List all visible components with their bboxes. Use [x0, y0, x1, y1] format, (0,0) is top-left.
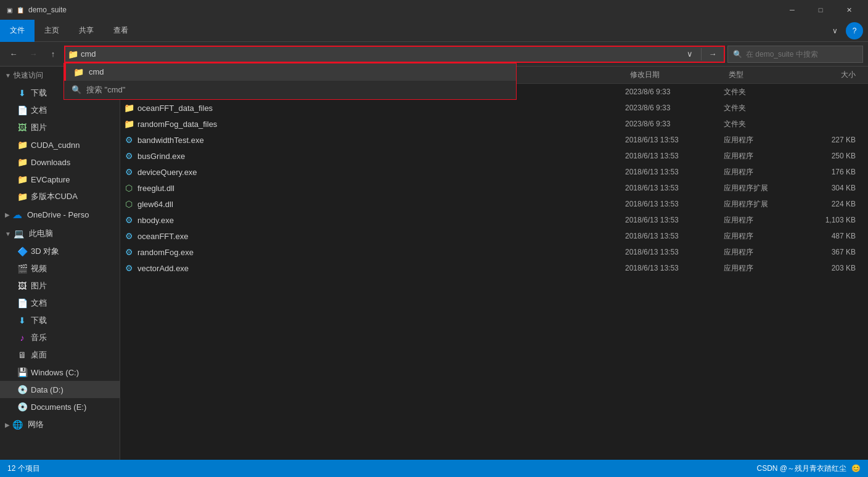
file-type: 应用程序: [724, 215, 804, 226]
autocomplete-search-item[interactable]: 🔍 搜索 "cmd": [64, 81, 516, 99]
table-row[interactable]: ⚙ vectorAdd.exe 2018/6/13 13:53 应用程序 203…: [120, 260, 868, 276]
table-row[interactable]: ⚙ nbody.exe 2018/6/13 13:53 应用程序 1,103 K…: [120, 212, 868, 228]
address-dropdown-button[interactable]: ∨: [681, 46, 698, 63]
sidebar: ▼ 快速访问 ⬇ 下载 📄 文档 🖼 图片 📁 CUDA_cudnn 📁 Dow…: [0, 67, 120, 460]
back-button[interactable]: ←: [5, 46, 22, 63]
quick-access-chevron: ▼: [5, 72, 11, 79]
table-row[interactable]: ⬡ freeglut.dll 2018/6/13 13:53 应用程序扩展 30…: [120, 180, 868, 196]
minimize-button[interactable]: ─: [778, 0, 806, 20]
tab-view[interactable]: 查看: [104, 20, 138, 42]
sidebar-item-3d[interactable]: 🔷 3D 对象: [0, 243, 120, 260]
close-button[interactable]: ✕: [835, 0, 863, 20]
file-date: 2018/6/13 13:53: [625, 248, 724, 256]
sidebar-item-pictures2[interactable]: 🖼 图片: [0, 277, 120, 295]
table-row[interactable]: ⬡ glew64.dll 2018/6/13 13:53 应用程序扩展 224 …: [120, 196, 868, 212]
file-type: 文件夹: [724, 119, 804, 129]
address-bar[interactable]: 📁 ∨ →: [64, 46, 725, 63]
file-icon: ⚙: [123, 214, 135, 226]
file-date: 2018/6/13 13:53: [625, 232, 724, 240]
window-title: demo_suite: [28, 6, 67, 14]
tab-share[interactable]: 共享: [69, 20, 104, 42]
table-row[interactable]: ⚙ randomFog.exe 2018/6/13 13:53 应用程序 367…: [120, 244, 868, 260]
table-row[interactable]: ⚙ deviceQuery.exe 2018/6/13 13:53 应用程序 1…: [120, 164, 868, 180]
sidebar-item-drive-e[interactable]: 💿 Documents (E:): [0, 398, 120, 415]
downloads-icon: ⬇: [17, 88, 27, 98]
sidebar-item-downloads-folder[interactable]: 📁 Downloads: [0, 153, 120, 171]
up-button[interactable]: ↑: [44, 46, 62, 63]
downloads-folder-icon: 📁: [17, 157, 27, 167]
address-input[interactable]: [81, 49, 681, 59]
file-name: glew64.dll: [137, 200, 625, 209]
sidebar-item-documents[interactable]: 📄 文档: [0, 102, 120, 119]
evcapture-icon: 📁: [17, 174, 27, 184]
file-date: 2018/6/13 13:53: [625, 168, 724, 176]
file-date: 2018/6/13 13:53: [625, 136, 724, 144]
title-bar-left: ▣ 📋 demo_suite: [5, 6, 67, 14]
network-chevron: ▶: [5, 422, 10, 428]
pictures-icon: 🖼: [17, 123, 27, 132]
video-icon: 🎬: [17, 264, 27, 274]
sidebar-network[interactable]: ▶ 🌐 网络: [0, 415, 120, 434]
file-type: 应用程序: [724, 151, 804, 161]
col-header-type[interactable]: 类型: [724, 70, 804, 80]
table-row[interactable]: 📁 oceanFFT_data_files 2023/8/6 9:33 文件夹: [120, 100, 868, 116]
file-date: 2023/8/6 9:33: [625, 104, 724, 112]
sidebar-this-pc[interactable]: ▼ 💻 此电脑: [0, 224, 120, 243]
file-date: 2018/6/13 13:53: [625, 264, 724, 272]
file-icon: ⚙: [123, 230, 135, 242]
cuda-cudnn-icon: 📁: [17, 140, 27, 150]
this-pc-chevron: ▼: [5, 230, 11, 237]
address-forward-button[interactable]: →: [704, 46, 721, 63]
table-row[interactable]: ⚙ bandwidthTest.exe 2018/6/13 13:53 应用程序…: [120, 132, 868, 148]
title-bar-icons: ▣ 📋: [5, 6, 25, 14]
network-label: 网络: [28, 419, 44, 430]
onedrive-label: OneDrive - Perso: [27, 210, 89, 219]
file-name: vectorAdd.exe: [137, 264, 625, 273]
file-type: 应用程序: [724, 231, 804, 242]
sidebar-item-downloads2[interactable]: ⬇ 下载: [0, 312, 120, 329]
table-row[interactable]: ⚙ oceanFFT.exe 2018/6/13 13:53 应用程序 487 …: [120, 228, 868, 244]
file-name: freeglut.dll: [137, 184, 625, 193]
file-name: randomFog.exe: [137, 248, 625, 257]
file-list: 📁 nbody_data_files 2023/8/6 9:33 文件夹 📁 o…: [120, 84, 868, 460]
search-bar[interactable]: 🔍: [727, 46, 863, 63]
table-row[interactable]: 📁 randomFog_data_files 2023/8/6 9:33 文件夹: [120, 116, 868, 132]
sidebar-item-drive-c[interactable]: 💾 Windows (C:): [0, 364, 120, 381]
music-icon: ♪: [17, 333, 27, 343]
file-name: nbody.exe: [137, 216, 625, 225]
pictures2-icon: 🖼: [17, 281, 27, 291]
onedrive-chevron: ▶: [5, 211, 10, 218]
col-header-date[interactable]: 修改日期: [625, 70, 724, 80]
file-size: 203 KB: [804, 264, 866, 272]
sidebar-item-video[interactable]: 🎬 视频: [0, 260, 120, 277]
multi-cuda-icon: 📁: [17, 192, 27, 202]
address-folder-icon: 📁: [68, 49, 78, 59]
sidebar-item-multi-cuda[interactable]: 📁 多版本CUDA: [0, 188, 120, 205]
branding-icon1: 😊: [851, 464, 861, 473]
autocomplete-item-cmd[interactable]: 📁 cmd: [64, 63, 516, 81]
sidebar-item-desktop[interactable]: 🖥 桌面: [0, 346, 120, 364]
sidebar-item-drive-d[interactable]: 💿 Data (D:): [0, 381, 120, 398]
sidebar-item-pictures[interactable]: 🖼 图片: [0, 119, 120, 136]
file-date: 2023/8/6 9:33: [625, 88, 724, 96]
col-header-size[interactable]: 大小: [804, 70, 866, 80]
file-type: 文件夹: [724, 103, 804, 113]
file-size: 227 KB: [804, 136, 866, 144]
forward-button[interactable]: →: [25, 46, 42, 63]
sidebar-item-evcapture[interactable]: 📁 EVCapture: [0, 171, 120, 188]
search-input[interactable]: [746, 50, 858, 59]
sidebar-onedrive[interactable]: ▶ ☁ OneDrive - Perso: [0, 205, 120, 224]
sidebar-item-cuda-cudnn[interactable]: 📁 CUDA_cudnn: [0, 136, 120, 153]
tab-file[interactable]: 文件: [0, 20, 35, 42]
tab-home[interactable]: 主页: [35, 20, 69, 42]
file-size: 304 KB: [804, 184, 866, 192]
drive-e-icon: 💿: [17, 402, 27, 412]
sidebar-item-documents2[interactable]: 📄 文档: [0, 295, 120, 312]
file-icon: ⚙: [123, 262, 135, 274]
maximize-button[interactable]: □: [806, 0, 835, 20]
autocomplete-dropdown: 📁 cmd 🔍 搜索 "cmd": [63, 63, 517, 100]
sidebar-item-music[interactable]: ♪ 音乐: [0, 329, 120, 346]
table-row[interactable]: ⚙ busGrind.exe 2018/6/13 13:53 应用程序 250 …: [120, 148, 868, 164]
ribbon-help-button[interactable]: ?: [846, 22, 863, 39]
ribbon-collapse-button[interactable]: ∨: [826, 22, 843, 39]
